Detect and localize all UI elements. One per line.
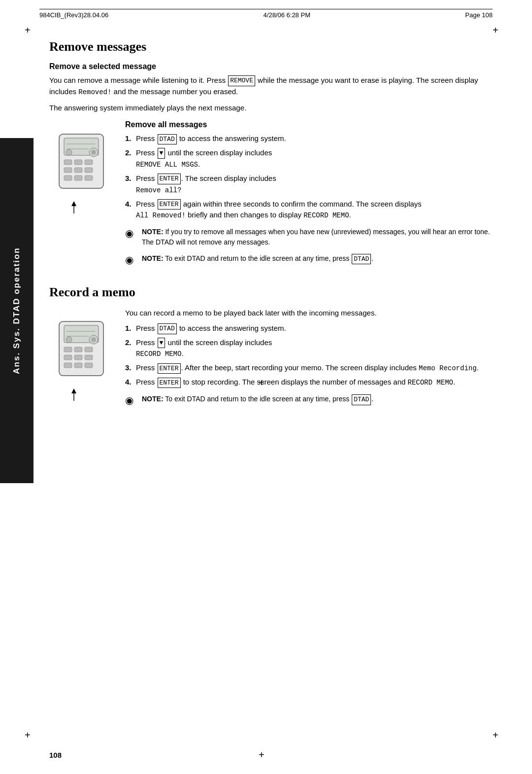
remove-all-steps: 1. Press DTAD to access the answering sy… [125,133,493,221]
record-memo-content: You can record a memo to be played back … [125,308,493,414]
removed-screen: Removed! [78,88,111,96]
step3-pre: Press [136,174,157,182]
dtad-key-record-1: DTAD [158,323,177,334]
step-num-2: 2. [125,147,136,159]
record-step-1: 1. Press DTAD to access the answering sy… [125,323,493,334]
record-step-num-4: 4. [125,377,136,388]
svg-rect-25 [64,355,72,360]
svg-rect-29 [74,363,82,368]
step1-pre: Press [136,134,157,142]
svg-marker-17 [71,201,76,206]
phone-device-svg-2 [52,312,111,386]
remove-selected-para: You can remove a message while listening… [49,75,493,98]
note-icon-2: ◉ [125,252,140,267]
top-bar-left: 984CIB_(Rev3)28.04.06 [39,11,108,19]
record-step-content-4: Press ENTER to stop recording. The scree… [136,377,493,388]
enter-key-record-2: ENTER [158,378,181,388]
note-block-record: ◉ NOTE: To exit DTAD and return to the i… [125,394,493,408]
step-num-3: 3. [125,173,136,184]
step-3-remove: 3. Press ENTER. The screen display inclu… [125,173,493,196]
record-step-3: 3. Press ENTER. After the beep, start re… [125,362,493,374]
remove-all-msgs-screen: REMOVE ALL MSGS [136,161,198,169]
record-step-num-3: 3. [125,362,136,374]
record-step-content-2: Press ▼ until the screen display include… [136,337,493,360]
side-tab-text: Ans. Sys. DTAD operation [12,247,22,374]
remove-all-content: Remove all messages 1. Press DTAD to acc… [125,120,493,273]
svg-rect-9 [85,168,93,173]
step-content-2: Press ▼ until the screen display include… [136,147,493,170]
record-step-4: 4. Press ENTER to stop recording. The sc… [125,377,493,388]
record-step-content-1: Press DTAD to access the answering syste… [136,323,493,334]
svg-point-15 [66,149,72,155]
section-title-record: Record a memo [49,285,493,300]
record-memo-screen-1: RECORD MEMO [303,211,349,219]
svg-rect-5 [74,160,82,165]
record-memo-screen-2: RECORD MEMO [136,350,181,358]
reg-mark-bl [27,735,37,744]
svg-rect-24 [85,347,93,352]
section-remove-messages: Remove messages Remove a selected messag… [49,39,493,273]
top-bar-center: 4/28/06 6:28 PM [264,11,310,19]
svg-rect-27 [85,355,93,360]
section-title-remove: Remove messages [49,39,493,54]
svg-rect-22 [64,347,72,352]
step-2-remove: 2. Press ▼ until the screen display incl… [125,147,493,170]
remove-all-block: Remove all messages 1. Press DTAD to acc… [49,120,493,273]
note-text-1: NOTE: If you try to remove all messages … [142,227,493,247]
svg-rect-8 [74,168,82,173]
svg-marker-35 [71,388,76,393]
memo-recording-screen: Memo Recording [419,364,477,372]
record-step-2: 2. Press ▼ until the screen display incl… [125,337,493,360]
device-image-2 [49,312,113,403]
main-content: Remove messages Remove a selected messag… [49,39,493,735]
dtad-key-note: DTAD [352,254,371,265]
remove-key: REMOVE [228,75,255,86]
step-content-4: Press ENTER again within three seconds t… [136,199,493,221]
reg-mark-bc [261,754,271,764]
step-content-3: Press ENTER. The screen display includes… [136,173,493,196]
arrow-svg-2 [69,388,94,403]
reg-mark-tr [495,30,505,39]
record-step-num-1: 1. [125,323,136,334]
subsection-title-remove-all: Remove all messages [125,120,493,129]
svg-point-14 [92,150,96,154]
section-record-memo: Record a memo [49,285,493,414]
svg-rect-28 [64,363,72,368]
enter-key-1: ENTER [158,174,181,184]
note-icon-1: ◉ [125,226,140,241]
svg-rect-7 [64,168,72,173]
side-tab: Ans. Sys. DTAD operation [0,138,33,483]
svg-rect-11 [74,176,82,180]
svg-point-33 [66,337,72,343]
remove-selected-text3: and the message number you erased. [111,87,238,96]
down-key-1: ▼ [158,148,166,159]
record-step-content-3: Press ENTER. After the beep, start recor… [136,362,493,374]
step-content-1: Press DTAD to access the answering syste… [136,133,493,144]
record-memo-screen-3: RECORD MEMO [408,379,453,387]
record-memo-steps: 1. Press DTAD to access the answering sy… [125,323,493,388]
remove-all-q-screen: Remove all? [136,186,181,194]
step-num-1: 1. [125,133,136,144]
reg-mark-tl [27,30,37,39]
answering-note: The answering system immediately plays t… [49,103,493,114]
svg-rect-6 [85,160,93,165]
svg-rect-10 [64,176,72,180]
step-num-4: 4. [125,199,136,210]
subsection-remove-selected: Remove a selected message You can remove… [49,62,493,113]
step-4-remove: 4. Press ENTER again within three second… [125,199,493,221]
dtad-key-note-record: DTAD [352,394,371,405]
record-memo-block: You can record a memo to be played back … [49,308,493,414]
svg-rect-4 [64,160,72,165]
top-bar: 984CIB_(Rev3)28.04.06 4/28/06 6:28 PM Pa… [39,9,493,19]
step4-pre: Press [136,200,157,208]
note-text-2: NOTE: To exit DTAD and return to the idl… [142,253,373,264]
all-removed-screen: All Removed! [136,211,186,219]
note-block-1: ◉ NOTE: If you try to remove all message… [125,227,493,247]
svg-rect-26 [74,355,82,360]
svg-rect-30 [85,363,93,368]
step2-pre: Press [136,148,157,157]
reg-mark-br [495,735,505,744]
enter-key-2: ENTER [158,199,181,210]
device-image-1 [49,124,113,216]
remove-selected-text1: You can remove a message while listening… [49,76,228,84]
